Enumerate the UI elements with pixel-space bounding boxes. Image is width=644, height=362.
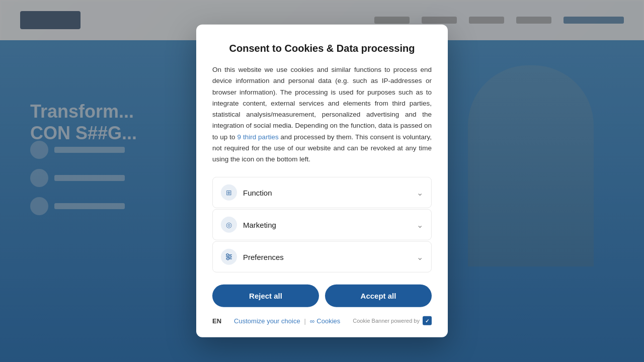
svg-point-4: [229, 256, 231, 258]
marketing-icon: ◎: [221, 217, 237, 233]
footer-center-links: Customize your choice | ∞ Cookies: [234, 317, 340, 325]
modal-footer: EN Customize your choice | ∞ Cookies Coo…: [212, 316, 432, 325]
modal-title: Consent to Cookies & Data processing: [212, 43, 432, 54]
reject-all-button[interactable]: Reject all: [212, 285, 319, 307]
preferences-label: Preferences: [243, 253, 284, 261]
category-marketing[interactable]: ◎ Marketing ⌄: [212, 209, 432, 240]
customize-choice-link[interactable]: Customize your choice: [234, 317, 300, 325]
function-chevron: ⌄: [417, 188, 423, 198]
accept-all-button[interactable]: Accept all: [325, 285, 432, 307]
category-marketing-left: ◎ Marketing: [221, 217, 276, 233]
marketing-chevron: ⌄: [417, 220, 423, 230]
footer-divider: |: [304, 317, 306, 325]
category-function[interactable]: ⊞ Function ⌄: [212, 177, 432, 208]
svg-point-5: [227, 258, 229, 260]
third-parties-link[interactable]: 9 third parties: [237, 133, 278, 140]
language-selector[interactable]: EN: [212, 317, 221, 325]
category-preferences[interactable]: Preferences ⌄: [212, 241, 432, 273]
function-label: Function: [243, 189, 272, 197]
action-buttons: Reject all Accept all: [212, 285, 432, 307]
preferences-chevron: ⌄: [417, 252, 423, 262]
marketing-label: Marketing: [243, 221, 276, 229]
preferences-icon: [221, 249, 237, 265]
category-function-left: ⊞ Function: [221, 185, 272, 201]
svg-point-3: [226, 254, 228, 256]
cookies-link[interactable]: ∞ Cookies: [310, 317, 340, 325]
cookies-icon: ∞: [310, 317, 314, 325]
cookie-consent-modal: Consent to Cookies & Data processing On …: [196, 25, 448, 337]
function-icon: ⊞: [221, 185, 237, 201]
powered-by-badge: ✓: [423, 316, 432, 325]
category-list: ⊞ Function ⌄ ◎ Marketing ⌄: [212, 177, 432, 273]
modal-description: On this website we use cookies and simil…: [212, 64, 432, 165]
powered-by: Cookie Banner powered by ✓: [353, 316, 432, 325]
modal-body-text-1: On this website we use cookies and simil…: [212, 66, 432, 141]
cookies-label: Cookies: [316, 317, 340, 325]
powered-by-text: Cookie Banner powered by: [353, 318, 420, 324]
category-preferences-left: Preferences: [221, 249, 284, 265]
